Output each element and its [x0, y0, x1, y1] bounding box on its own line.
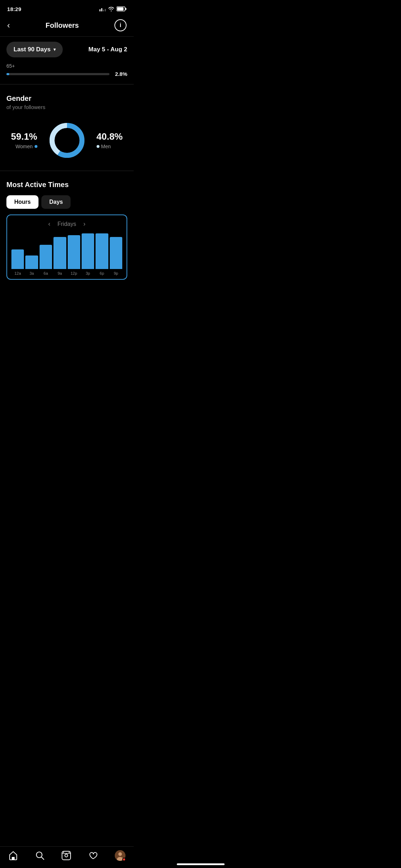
- date-filter-button[interactable]: Last 90 Days ▾: [6, 42, 63, 57]
- bar-chart: 12a3a6a9a12p3p6p9p: [11, 233, 122, 275]
- gender-subtitle: of your followers: [6, 104, 127, 110]
- chart-next-button[interactable]: ›: [83, 220, 86, 228]
- tab-row: Hours Days: [6, 195, 127, 209]
- bar-column: 6p: [96, 233, 108, 275]
- back-button[interactable]: ‹: [7, 20, 10, 30]
- chevron-down-icon: ▾: [53, 47, 56, 52]
- age-bar-fill: [6, 73, 9, 75]
- women-label-row: Women: [6, 144, 37, 149]
- gender-section: Gender of your followers 59.1% Women: [0, 84, 134, 171]
- bar-time-label: 12p: [71, 271, 77, 275]
- bar: [96, 233, 108, 269]
- chart-prev-button[interactable]: ‹: [48, 220, 50, 228]
- chart-nav-row: ‹ Fridays ›: [11, 220, 122, 228]
- signal-icon: [99, 6, 106, 11]
- battery-icon: [117, 6, 127, 11]
- men-percentage: 40.8%: [97, 131, 128, 142]
- wifi-icon: [108, 6, 114, 11]
- bar: [11, 249, 24, 269]
- donut-svg: [47, 121, 87, 160]
- days-tab[interactable]: Days: [41, 195, 71, 209]
- filter-label: Last 90 Days: [14, 46, 51, 53]
- status-bar: 18:29: [0, 0, 134, 16]
- chart-day-label: Fridays: [57, 221, 76, 227]
- bar-time-label: 9p: [114, 271, 118, 275]
- men-dot-icon: [97, 145, 99, 148]
- women-percentage: 59.1%: [6, 131, 37, 142]
- svg-rect-1: [101, 8, 102, 11]
- bar-column: 3p: [82, 233, 94, 275]
- bar: [68, 235, 80, 269]
- svg-rect-3: [105, 9, 106, 11]
- bar: [110, 237, 122, 269]
- bar-time-label: 3a: [30, 271, 34, 275]
- women-stats: 59.1% Women: [6, 131, 47, 149]
- age-section: 65+ 2.8%: [0, 62, 134, 84]
- men-stats: 40.8% Men: [87, 131, 128, 149]
- men-label-row: Men: [97, 144, 128, 149]
- bar-time-label: 3p: [86, 271, 90, 275]
- bar-column: 6a: [40, 245, 52, 275]
- bar-column: 9p: [110, 237, 122, 275]
- active-times-title: Most Active Times: [6, 181, 127, 189]
- svg-rect-6: [125, 8, 127, 10]
- svg-rect-2: [103, 10, 104, 11]
- age-percentage: 2.8%: [113, 71, 127, 77]
- bar: [53, 237, 66, 269]
- women-label: Women: [16, 144, 33, 149]
- bar-time-label: 6a: [43, 271, 48, 275]
- gender-chart-row: 59.1% Women 40.8% Men: [6, 121, 127, 160]
- page-title: Followers: [46, 21, 79, 30]
- age-bar-track: [6, 73, 109, 75]
- svg-rect-5: [117, 7, 124, 11]
- bar: [82, 233, 94, 269]
- info-button[interactable]: i: [114, 19, 127, 31]
- bar-time-label: 9a: [58, 271, 62, 275]
- age-label: 65+: [6, 63, 127, 69]
- women-dot-icon: [35, 145, 37, 148]
- filter-row: Last 90 Days ▾ May 5 - Aug 2: [0, 37, 134, 62]
- bar-column: 12p: [68, 235, 80, 275]
- bar-column: 9a: [53, 237, 66, 275]
- bar: [40, 245, 52, 269]
- active-times-section: Most Active Times Hours Days ‹ Fridays ›…: [0, 171, 134, 283]
- bar: [25, 255, 38, 269]
- gender-title: Gender: [6, 94, 127, 103]
- hours-tab[interactable]: Hours: [6, 195, 38, 209]
- gender-donut-chart: [47, 121, 87, 160]
- bar-time-label: 6p: [100, 271, 104, 275]
- age-bar-row: 2.8%: [6, 71, 127, 77]
- bar-time-label: 12a: [15, 271, 21, 275]
- bar-column: 12a: [11, 249, 24, 275]
- men-label: Men: [101, 144, 111, 149]
- status-time: 18:29: [7, 6, 21, 12]
- status-icons: [99, 6, 127, 11]
- bar-column: 3a: [25, 255, 38, 275]
- nav-header: ‹ Followers i: [0, 16, 134, 37]
- svg-rect-0: [99, 9, 101, 11]
- date-range-text: May 5 - Aug 2: [88, 46, 127, 53]
- chart-box: ‹ Fridays › 12a3a6a9a12p3p6p9p: [6, 215, 127, 280]
